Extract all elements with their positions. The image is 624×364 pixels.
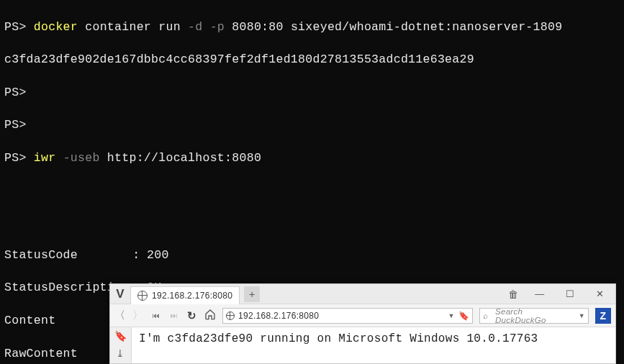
page-body-text: I'm c3fda23dfe90 running on Microsoft Wi… <box>139 332 538 345</box>
url-text: 192.168.2.176:8080 <box>238 311 444 321</box>
globe-icon <box>226 311 235 320</box>
maximize-button[interactable]: ☐ <box>555 288 585 299</box>
bookmark-icon[interactable]: 🔖 <box>458 311 469 321</box>
close-button[interactable]: ✕ <box>585 288 615 299</box>
terminal-line: PS> iwr -useb http://localhost:8080 <box>4 150 620 167</box>
browser-window: V 192.168.2.176:8080 + 🗑 — ☐ ✕ 〈 〉 ⏮ ⏭ ↻… <box>109 283 616 364</box>
browser-toolbar: 〈 〉 ⏮ ⏭ ↻ 192.168.2.176:8080 ▼ 🔖 ⌕ Searc… <box>110 304 615 327</box>
page-content: I'm c3fda23dfe90 running on Microsoft Wi… <box>132 327 615 363</box>
back-button[interactable]: 〈 <box>114 309 126 322</box>
bookmarks-panel-icon[interactable]: 🔖 <box>114 330 127 342</box>
output-line: StatusCode: 200 <box>4 247 620 264</box>
reload-button[interactable]: ↻ <box>186 309 198 322</box>
minimize-button[interactable]: — <box>525 288 555 299</box>
ps-prompt: PS> <box>4 20 27 34</box>
search-icon: ⌕ <box>483 311 492 321</box>
trash-icon[interactable]: 🗑 <box>502 288 525 300</box>
terminal-line: PS> docker container run -d -p 8080:80 s… <box>4 19 620 36</box>
browser-titlebar[interactable]: V 192.168.2.176:8080 + 🗑 — ☐ ✕ <box>110 284 615 304</box>
fastforward-button[interactable]: ⏭ <box>168 311 180 319</box>
ps-prompt: PS> <box>4 85 620 101</box>
browser-side-panel: 🔖 ⤓ <box>110 327 132 363</box>
home-button[interactable] <box>204 309 216 322</box>
globe-icon <box>137 291 148 301</box>
cmd-docker: docker <box>34 20 78 34</box>
search-placeholder: Search DuckDuckGo <box>495 307 575 324</box>
forward-button[interactable]: 〉 <box>132 309 144 322</box>
vivaldi-logo-icon[interactable]: V <box>110 287 130 301</box>
browser-tab[interactable]: 192.168.2.176:8080 <box>130 286 240 304</box>
tab-title: 192.168.2.176:8080 <box>152 291 232 301</box>
rewind-button[interactable]: ⏮ <box>150 311 162 319</box>
dropdown-icon[interactable]: ▼ <box>448 312 454 319</box>
extension-z-icon[interactable]: Z <box>595 308 611 324</box>
downloads-panel-icon[interactable]: ⤓ <box>116 347 125 359</box>
url-bar[interactable]: 192.168.2.176:8080 ▼ 🔖 <box>222 308 473 324</box>
search-bar[interactable]: ⌕ Search DuckDuckGo ▼ <box>479 308 589 324</box>
ps-prompt: PS> <box>4 117 620 134</box>
container-id: c3fda23dfe902de167dbbc4cc68397fef2df1ed1… <box>4 52 620 68</box>
ps-prompt: PS> <box>4 151 27 165</box>
dropdown-icon[interactable]: ▼ <box>579 312 585 319</box>
cmd-iwr: iwr <box>34 151 56 165</box>
new-tab-button[interactable]: + <box>244 286 260 302</box>
